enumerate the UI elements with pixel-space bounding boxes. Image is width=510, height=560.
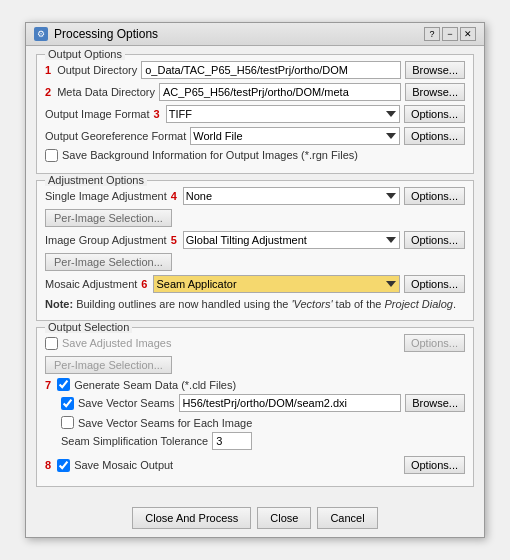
save-adjusted-options-button[interactable]: Options... (404, 334, 465, 352)
save-mosaic-options-button[interactable]: Options... (404, 456, 465, 474)
note-text: Note: Building outlines are now handled … (45, 298, 456, 310)
save-vector-checkbox[interactable] (61, 397, 74, 410)
save-vector-each-label: Save Vector Seams for Each Image (78, 417, 252, 429)
dialog-window: ⚙ Processing Options ? − ✕ Output Option… (25, 22, 485, 538)
generate-seam-checkbox[interactable] (57, 378, 70, 391)
single-adjustment-row: Single Image Adjustment 4 None Auto Opti… (45, 187, 465, 205)
cancel-button[interactable]: Cancel (317, 507, 377, 529)
save-background-label: Save Background Information for Output I… (62, 149, 358, 161)
single-adjustment-label: Single Image Adjustment (45, 190, 167, 202)
browse-meta-dir-button[interactable]: Browse... (405, 83, 465, 101)
dialog-content: Output Options 1 Output Directory Browse… (26, 46, 484, 501)
title-controls: ? − ✕ (424, 27, 476, 41)
per-image-3-button[interactable]: Per-Image Selection... (45, 356, 172, 374)
close-and-process-button[interactable]: Close And Process (132, 507, 251, 529)
adjustment-options-section: Adjustment Options Single Image Adjustme… (36, 180, 474, 321)
note-container: Note: Building outlines are now handled … (45, 297, 465, 312)
group-adjustment-options-button[interactable]: Options... (404, 231, 465, 249)
geo-format-options-button[interactable]: Options... (404, 127, 465, 145)
geo-format-label: Output Georeference Format (45, 130, 186, 142)
single-adjustment-options-button[interactable]: Options... (404, 187, 465, 205)
save-adjusted-label: Save Adjusted Images (62, 337, 171, 349)
output-dir-input[interactable] (141, 61, 401, 79)
per-image-2-button[interactable]: Per-Image Selection... (45, 253, 172, 271)
minimize-button[interactable]: − (442, 27, 458, 41)
generate-seam-label: Generate Seam Data (*.cld Files) (74, 379, 236, 391)
mosaic-adjustment-row: Mosaic Adjustment 6 Seam Applicator None… (45, 275, 465, 293)
save-adjusted-checkbox-row: Save Adjusted Images (45, 337, 400, 350)
per-image-3-row: Per-Image Selection... (45, 356, 465, 374)
dialog-footer: Close And Process Close Cancel (26, 501, 484, 537)
mosaic-adjustment-number: 6 (141, 278, 147, 290)
browse-output-dir-button[interactable]: Browse... (405, 61, 465, 79)
save-vector-each-checkbox[interactable] (61, 416, 74, 429)
output-options-section: Output Options 1 Output Directory Browse… (36, 54, 474, 174)
save-mosaic-number: 8 (45, 459, 51, 471)
image-format-number: 3 (154, 108, 160, 120)
per-image-2-row: Per-Image Selection... (45, 253, 465, 271)
output-options-title: Output Options (45, 48, 125, 60)
generate-seam-row: 7 Generate Seam Data (*.cld Files) (45, 378, 465, 391)
mosaic-adjustment-options-button[interactable]: Options... (404, 275, 465, 293)
meta-dir-row: 2 Meta Data Directory Browse... (45, 83, 465, 101)
help-button[interactable]: ? (424, 27, 440, 41)
image-format-options-button[interactable]: Options... (404, 105, 465, 123)
group-adjustment-row: Image Group Adjustment 5 Global Tilting … (45, 231, 465, 249)
output-selection-title: Output Selection (45, 321, 132, 333)
image-format-row: Output Image Format 3 TIFF JPEG PNG Opti… (45, 105, 465, 123)
mosaic-adjustment-select[interactable]: Seam Applicator None (153, 275, 399, 293)
geo-format-select[interactable]: World File GeoTIFF (190, 127, 400, 145)
tolerance-row: Seam Simplification Tolerance (61, 432, 465, 450)
meta-dir-label: Meta Data Directory (57, 86, 155, 98)
title-bar-left: ⚙ Processing Options (34, 27, 158, 41)
group-adjustment-number: 5 (171, 234, 177, 246)
save-vector-label: Save Vector Seams (78, 397, 175, 409)
single-adjustment-select[interactable]: None Auto (183, 187, 400, 205)
per-image-1-row: Per-Image Selection... (45, 209, 465, 227)
browse-vector-button[interactable]: Browse... (405, 394, 465, 412)
close-button-footer[interactable]: Close (257, 507, 311, 529)
save-mosaic-label: Save Mosaic Output (74, 459, 173, 471)
output-selection-section: Output Selection Save Adjusted Images Op… (36, 327, 474, 487)
image-format-label: Output Image Format (45, 108, 150, 120)
generate-seam-number: 7 (45, 379, 51, 391)
tolerance-label: Seam Simplification Tolerance (61, 435, 208, 447)
save-adjusted-row: Save Adjusted Images Options... (45, 334, 465, 352)
save-adjusted-checkbox[interactable] (45, 337, 58, 350)
save-background-row: Save Background Information for Output I… (45, 149, 465, 162)
title-bar: ⚙ Processing Options ? − ✕ (26, 23, 484, 46)
dialog-icon: ⚙ (34, 27, 48, 41)
group-adjustment-select[interactable]: Global Tilting Adjustment None (183, 231, 400, 249)
close-button[interactable]: ✕ (460, 27, 476, 41)
single-adjustment-number: 4 (171, 190, 177, 202)
save-mosaic-checkbox[interactable] (57, 459, 70, 472)
save-background-checkbox[interactable] (45, 149, 58, 162)
tolerance-input[interactable] (212, 432, 252, 450)
image-format-select[interactable]: TIFF JPEG PNG (166, 105, 400, 123)
per-image-1-button[interactable]: Per-Image Selection... (45, 209, 172, 227)
meta-dir-input[interactable] (159, 83, 401, 101)
save-vector-input[interactable] (179, 394, 402, 412)
save-mosaic-row: 8 Save Mosaic Output Options... (45, 456, 465, 474)
mosaic-adjustment-label: Mosaic Adjustment (45, 278, 137, 290)
adjustment-options-title: Adjustment Options (45, 174, 147, 186)
output-dir-label: Output Directory (57, 64, 137, 76)
geo-format-row: Output Georeference Format World File Ge… (45, 127, 465, 145)
dialog-title: Processing Options (54, 27, 158, 41)
save-mosaic-checkbox-row: 8 Save Mosaic Output (45, 459, 400, 472)
output-dir-row: 1 Output Directory Browse... (45, 61, 465, 79)
save-vector-row: Save Vector Seams Browse... (61, 394, 465, 412)
save-vector-each-row: Save Vector Seams for Each Image (61, 416, 465, 429)
output-dir-number: 1 (45, 64, 51, 76)
meta-dir-number: 2 (45, 86, 51, 98)
group-adjustment-label: Image Group Adjustment (45, 234, 167, 246)
